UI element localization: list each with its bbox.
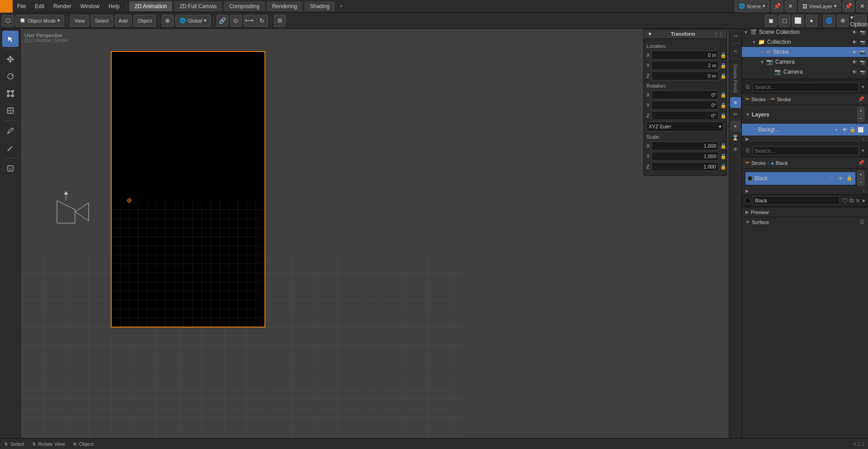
viewport-shading-2[interactable]: ◻ bbox=[778, 15, 790, 27]
stroke-visibility-icon[interactable]: 👁 bbox=[851, 48, 858, 56]
gp-material-icon[interactable]: ● bbox=[730, 121, 741, 131]
rot-x-input[interactable] bbox=[651, 90, 718, 99]
side-tool-btn[interactable]: T bbox=[730, 31, 741, 42]
workspace-tab-rendering[interactable]: Rendering bbox=[267, 1, 302, 11]
workspace-add-tab[interactable]: + bbox=[336, 1, 346, 11]
layer-item-backgr[interactable]: Backgr... • 👁 🔒 ⬜ bbox=[742, 124, 868, 136]
material-visibility-icon[interactable]: 👁 bbox=[836, 174, 844, 182]
overlay-btn[interactable]: 🌀 bbox=[823, 15, 835, 27]
material-lock-icon[interactable]: 🔒 bbox=[845, 174, 854, 182]
preview-section-title[interactable]: ▶ Preview bbox=[742, 207, 868, 217]
rotate-transform-icon[interactable]: ↻ bbox=[256, 15, 268, 27]
collection-render-icon[interactable]: 📷 bbox=[859, 38, 866, 46]
viewlayer-close-btn[interactable]: ✕ bbox=[856, 0, 868, 12]
options-btn[interactable]: ▾ Options bbox=[854, 15, 866, 27]
rot-z-lock[interactable]: 🔒 bbox=[720, 113, 726, 119]
camera-child-visibility-icon[interactable]: 👁 bbox=[851, 68, 858, 75]
erase-tool-btn[interactable] bbox=[2, 140, 19, 156]
rotation-mode-selector[interactable]: XYZ Euler ▾ bbox=[646, 122, 724, 131]
camera-child-render-icon[interactable]: 📷 bbox=[859, 68, 866, 75]
move-transform-icon[interactable]: ⟷ bbox=[244, 15, 255, 27]
scene-pin-btn[interactable]: 📌 bbox=[771, 0, 783, 12]
gizmo-btn[interactable]: ⊕ bbox=[837, 15, 849, 27]
transform-panel-header[interactable]: ▼ Transform ⋮⋮ bbox=[644, 29, 726, 39]
transform-orientation-selector[interactable]: 🌐 Global ▾ bbox=[175, 15, 211, 27]
select-tool-btn[interactable] bbox=[2, 31, 19, 47]
mode-selector[interactable]: 🔲 Object Mode ▾ bbox=[15, 15, 64, 27]
scale-z-input[interactable] bbox=[651, 162, 718, 171]
menu-window[interactable]: Window bbox=[75, 0, 104, 12]
material-duplicate-btn[interactable]: ⧉ bbox=[849, 197, 854, 204]
tree-item-stroke[interactable]: ▼ ✏ Stroke 👁 📷 bbox=[742, 47, 868, 57]
gp-strokes-icon[interactable]: ✏ bbox=[730, 109, 741, 120]
collection-visibility-icon[interactable]: 👁 bbox=[851, 38, 858, 46]
loc-x-lock[interactable]: 🔒 bbox=[720, 52, 726, 58]
gp-display-icon[interactable]: 👁 bbox=[730, 144, 741, 155]
layers-collapse-arrow[interactable]: ▼ bbox=[745, 112, 750, 117]
workspace-tab-shading[interactable]: Shading bbox=[304, 1, 335, 11]
gp-anim-icon[interactable]: ⌛ bbox=[730, 132, 741, 143]
scene-visibility-icon[interactable]: 👁 bbox=[851, 28, 858, 36]
stroke-render-icon[interactable]: 📷 bbox=[859, 48, 866, 56]
render-overlay-btn[interactable]: ⚙ bbox=[274, 15, 286, 27]
rot-y-lock[interactable]: 🔒 bbox=[720, 103, 726, 108]
material-slot-black[interactable]: Black 🛡 👁 🔒 bbox=[745, 172, 855, 185]
scale-y-lock[interactable]: 🔒 bbox=[720, 154, 726, 159]
workspace-tab-2d-full[interactable]: 2D Full Canvas bbox=[174, 1, 222, 11]
loc-z-lock[interactable]: 🔒 bbox=[720, 73, 726, 79]
layers-bottom-arrow[interactable]: ▶ bbox=[745, 136, 749, 141]
viewport-shading-1[interactable]: ◼ bbox=[765, 15, 777, 27]
loc-z-input[interactable] bbox=[651, 71, 718, 80]
gp-filter-icon[interactable]: ▾ bbox=[862, 84, 864, 90]
rotate-tool-btn[interactable] bbox=[2, 68, 19, 84]
workspace-tab-compositing[interactable]: Compositing bbox=[224, 1, 265, 11]
view-menu-btn[interactable]: View bbox=[70, 15, 89, 27]
gp-breadcrumb-pin[interactable]: 📌 bbox=[858, 96, 864, 102]
stroke-object-rect[interactable] bbox=[111, 51, 265, 327]
loc-y-lock[interactable]: 🔒 bbox=[720, 63, 726, 69]
material-breadcrumb-pin[interactable]: 📌 bbox=[858, 160, 864, 166]
camera-render-icon[interactable]: 📷 bbox=[859, 58, 866, 65]
scale-tool-btn[interactable] bbox=[2, 85, 19, 102]
material-unlink-btn[interactable]: ✕ bbox=[855, 197, 860, 204]
material-filter-icon[interactable]: ▾ bbox=[862, 148, 864, 154]
move-tool-btn[interactable] bbox=[2, 51, 19, 67]
layer-lock-icon[interactable]: 🔒 bbox=[849, 126, 856, 133]
camera-visibility-icon[interactable]: 👁 bbox=[851, 58, 858, 65]
viewlayer-pin-btn[interactable]: 📌 bbox=[843, 0, 854, 12]
object-menu-btn[interactable]: Object bbox=[133, 15, 156, 27]
snap-btn[interactable]: 🔗 bbox=[217, 15, 228, 27]
material-add-btn[interactable]: + bbox=[857, 171, 864, 178]
layer-remove-btn[interactable]: − bbox=[857, 115, 864, 122]
proportional-edit-btn[interactable]: ⊙ bbox=[230, 15, 242, 27]
rot-y-input[interactable] bbox=[651, 101, 718, 110]
material-filter-btn[interactable]: ▾ bbox=[862, 197, 865, 204]
viewport-shading-3[interactable]: ⬜ bbox=[792, 15, 804, 27]
blender-logo[interactable] bbox=[0, 0, 13, 13]
gp-layers-icon[interactable]: ≡ bbox=[730, 97, 741, 108]
layer-add-btn[interactable]: + bbox=[857, 107, 864, 114]
loc-x-input[interactable] bbox=[651, 51, 718, 60]
annotate-tool-btn[interactable] bbox=[2, 160, 19, 177]
draw-tool-btn[interactable] bbox=[2, 123, 19, 139]
scene-render-icon[interactable]: 📷 bbox=[859, 28, 866, 36]
side-view-btn[interactable]: V bbox=[730, 46, 741, 56]
scene-close-btn[interactable]: ✕ bbox=[785, 0, 797, 12]
material-shield-icon[interactable]: 🛡 bbox=[827, 174, 835, 182]
tree-item-camera-parent[interactable]: ▼ 📷 Camera 👁 📷 bbox=[742, 57, 868, 67]
workspace-tab-2d-animation[interactable]: 2D Animation bbox=[129, 1, 172, 11]
material-remove-btn[interactable]: − bbox=[857, 178, 864, 186]
material-bottom-arrow[interactable]: ▶ bbox=[745, 188, 749, 193]
layers-expand-btn[interactable]: › bbox=[863, 136, 864, 141]
viewlayer-selector[interactable]: 🖼 ViewLayer ▾ bbox=[798, 0, 841, 12]
gp-search-input[interactable] bbox=[753, 83, 859, 92]
menu-file[interactable]: File bbox=[13, 0, 30, 12]
material-expand-btn[interactable]: › bbox=[863, 188, 864, 193]
add-menu-btn[interactable]: Add bbox=[115, 15, 132, 27]
material-name-input[interactable] bbox=[753, 196, 840, 205]
layer-dot-icon[interactable]: • bbox=[833, 126, 840, 133]
scale-z-lock[interactable]: 🔒 bbox=[720, 164, 726, 170]
rot-z-input[interactable] bbox=[651, 111, 718, 120]
material-search-input[interactable] bbox=[753, 146, 859, 155]
surface-section-title[interactable]: ▼ Surface ☰ bbox=[742, 217, 868, 227]
